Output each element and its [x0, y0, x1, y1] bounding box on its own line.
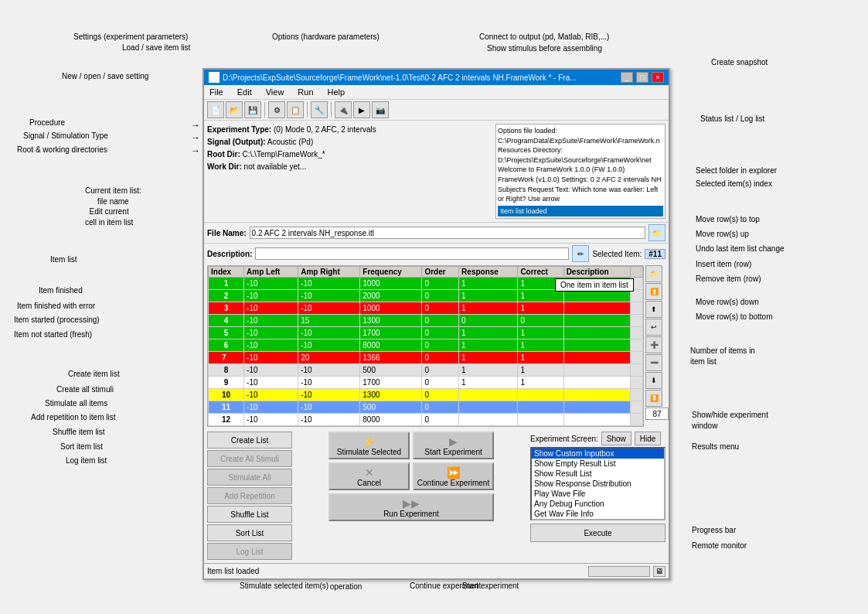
- annotation-stimulate-selected: Stimulate selected item(s): [240, 582, 328, 590]
- exp-type-val: (0) Mode 0, 2 AFC, 2 intervals: [274, 125, 376, 134]
- execute-btn[interactable]: Execute: [530, 524, 665, 542]
- table-row[interactable]: 7 !-10201366011Error: [209, 352, 643, 364]
- sort-btn[interactable]: Sort List: [207, 524, 292, 541]
- work-label: Work Dir:: [207, 162, 242, 171]
- menu-run[interactable]: Run: [295, 87, 315, 97]
- annotation-connect-output: Connect to output (pd, Matlab, RIB,...): [479, 32, 609, 41]
- table-row[interactable]: 10-10-1013000: [209, 389, 643, 401]
- cell-order: 0: [422, 315, 459, 327]
- results-menu-item[interactable]: Show Result List: [532, 469, 664, 479]
- results-menu-item[interactable]: Any Debug Function: [532, 499, 664, 509]
- maximize-button[interactable]: □: [636, 72, 648, 83]
- annotation-move-top: Move row(s) to top: [696, 215, 760, 223]
- table-row[interactable]: 12-10-1080000: [209, 414, 643, 426]
- btn-undo[interactable]: ↩: [645, 319, 662, 336]
- table-row[interactable]: 5-10-101700011: [209, 327, 643, 339]
- cell-order: 0: [422, 414, 459, 426]
- run-experiment-btn[interactable]: ▶▶ Run Experiment: [328, 493, 494, 521]
- cell-order: 0: [422, 302, 459, 315]
- experiment-controls: ⚡ Stimulate Selected ▶ Start Experiment …: [295, 432, 527, 560]
- toolbar-save[interactable]: 💾: [244, 101, 261, 118]
- toolbar-new[interactable]: 📄: [207, 101, 224, 118]
- stimulate-all-btn[interactable]: Stimulate All: [207, 469, 292, 486]
- log-line-4: FrameWork (v1.0.0) Settings: 0 2 AFC 2 i…: [498, 175, 663, 185]
- menu-file[interactable]: File: [207, 87, 226, 97]
- desc-edit-btn[interactable]: ✏: [572, 245, 589, 262]
- btn-select-folder[interactable]: 📁: [645, 265, 662, 282]
- toolbar-open[interactable]: 📂: [226, 101, 243, 118]
- cancel-btn[interactable]: ✕ Cancel: [328, 462, 410, 490]
- app-icon: [209, 72, 220, 83]
- annotation-start-exp: Start experiment: [462, 582, 519, 590]
- toolbar-connect[interactable]: 🔌: [335, 101, 352, 118]
- results-menu-item[interactable]: Get Wav File Info: [532, 509, 664, 519]
- description-input[interactable]: [255, 247, 569, 260]
- toolbar-show-stim[interactable]: ▶: [353, 101, 370, 118]
- btn-insert[interactable]: ➕: [645, 336, 662, 353]
- close-button[interactable]: ×: [652, 72, 664, 83]
- menu-help[interactable]: Help: [325, 87, 348, 97]
- results-menu-item[interactable]: Show Custom Inputbox: [532, 449, 664, 459]
- results-menu-item[interactable]: Show Response Distribution: [532, 479, 664, 489]
- table-row[interactable]: 6-10-108000011: [209, 339, 643, 352]
- table-row[interactable]: 3-10-101000011: [209, 302, 643, 315]
- remote-monitor-icon[interactable]: 🖥: [653, 566, 665, 577]
- stimulate-selected-btn[interactable]: ⚡ Stimulate Selected: [328, 432, 410, 459]
- cell-frequency: 1700: [360, 327, 422, 339]
- toolbar-settings[interactable]: ⚙: [268, 101, 285, 118]
- btn-remove[interactable]: ➖: [645, 354, 662, 371]
- cell-response: 1: [459, 364, 518, 377]
- col-correct: Correct: [518, 267, 563, 278]
- minimize-button[interactable]: _: [621, 72, 633, 83]
- cell-amp-left: -10: [244, 414, 298, 426]
- start-experiment-label: Start Experiment: [424, 448, 482, 456]
- results-menu-item[interactable]: Play Wave File: [532, 489, 664, 499]
- start-experiment-btn[interactable]: ▶ Start Experiment: [413, 432, 494, 459]
- cell-index: 11: [209, 401, 244, 414]
- results-menu-item[interactable]: Show Empty Result List: [532, 459, 664, 469]
- toolbar-load-item[interactable]: 📋: [287, 101, 304, 118]
- toolbar-options[interactable]: 🔧: [311, 101, 328, 118]
- continue-exp-btn[interactable]: ⏩ Continue Experiment: [413, 462, 494, 490]
- table-row[interactable]: 11-10-105000: [209, 401, 643, 414]
- item-count: 87: [645, 408, 669, 420]
- annotation-item-started: Item started (processing): [14, 316, 100, 324]
- cell-response: 1: [459, 377, 518, 389]
- table-row[interactable]: 4-10151300000: [209, 315, 643, 327]
- cell-amp-right: -10: [298, 389, 360, 401]
- annotation-item-finished: Item finished: [39, 286, 83, 295]
- signal-label: Signal (Output):: [207, 138, 266, 146]
- shuffle-btn[interactable]: Shuffle List: [207, 506, 292, 523]
- cell-order: 0: [422, 364, 459, 377]
- results-menu: Show Custom InputboxShow Empty Result Li…: [530, 447, 665, 520]
- btn-move-down[interactable]: ⬇: [645, 372, 662, 389]
- toolbar-snapshot[interactable]: 📷: [372, 101, 389, 118]
- list-toolbar: 📁 ⏫ ⬆ ↩ ➕ ➖ ⬇ ⏬ 87: [644, 264, 665, 428]
- table-row[interactable]: 8-10-10500011: [209, 364, 643, 377]
- run-exp-icon: ▶▶: [403, 497, 420, 510]
- table-row[interactable]: 9-10-101700011: [209, 377, 643, 389]
- filename-label: File Name:: [207, 229, 247, 237]
- log-status: Item list loaded: [498, 206, 663, 217]
- create-all-stim-btn[interactable]: Create All Stimuli: [207, 450, 292, 467]
- create-list-btn[interactable]: Create List: [207, 432, 292, 449]
- btn-move-up[interactable]: ⬆: [645, 301, 662, 318]
- folder-browse-btn[interactable]: 📁: [648, 224, 665, 241]
- annotation-move-bottom: Move row(s) to bottom: [696, 312, 772, 321]
- btn-move-top[interactable]: ⏫: [645, 283, 662, 300]
- menu-view[interactable]: View: [264, 87, 287, 97]
- menu-edit[interactable]: Edit: [235, 87, 254, 97]
- btn-move-bottom[interactable]: ⏬: [645, 390, 662, 407]
- annotation-progress-bar: Progress bar: [692, 526, 736, 534]
- cancel-label: Cancel: [357, 479, 381, 487]
- annotation-selected-index: Selected item(s) index: [696, 179, 772, 188]
- cell-amp-right: -10: [298, 377, 360, 389]
- hide-exp-btn[interactable]: Hide: [635, 432, 662, 445]
- log-btn[interactable]: Log List: [207, 543, 292, 560]
- table-row[interactable]: 2-10-102000011: [209, 290, 643, 302]
- filename-input[interactable]: [250, 227, 645, 239]
- add-repetition-btn[interactable]: Add Repetition: [207, 487, 292, 504]
- cell-amp-left: -10: [244, 302, 298, 315]
- cell-response: [459, 414, 518, 426]
- show-exp-btn[interactable]: Show: [601, 432, 631, 445]
